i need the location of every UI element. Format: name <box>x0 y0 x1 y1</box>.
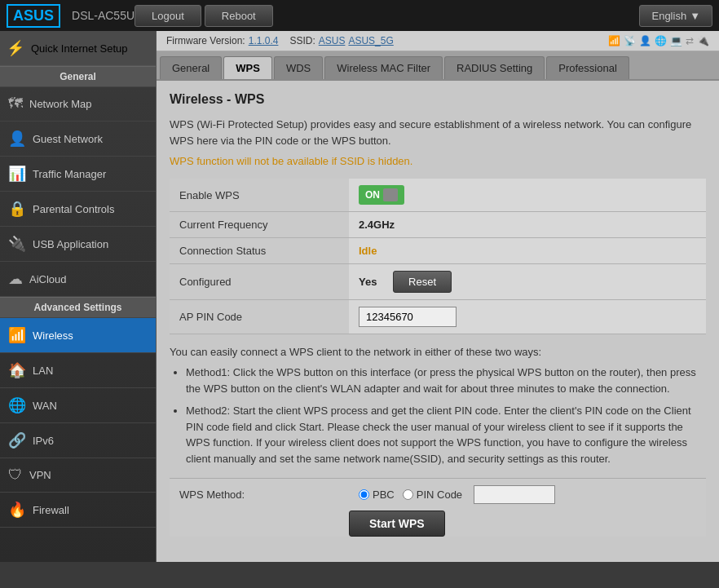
vpn-icon: 🛡 <box>8 466 23 484</box>
enable-wps-toggle[interactable]: ON <box>359 185 404 205</box>
enable-wps-row: Enable WPS ON <box>170 179 706 212</box>
sidebar-item-lan[interactable]: 🏠 LAN <box>0 353 156 388</box>
language-button[interactable]: English ▼ <box>639 5 712 27</box>
vpn-label: VPN <box>29 469 51 481</box>
connection-status-value: Idle <box>359 245 377 257</box>
frequency-value: 2.4GHz <box>359 219 395 231</box>
methods-list: Method1: Click the WPS button on this in… <box>170 365 706 466</box>
pin-code-option[interactable]: PIN Code <box>403 489 462 501</box>
lan-icon: 🏠 <box>8 361 26 379</box>
reset-button[interactable]: Reset <box>393 271 452 293</box>
signal-icon: 📶 <box>608 35 620 46</box>
tab-professional[interactable]: Professional <box>546 56 629 79</box>
user-icon: 👤 <box>639 35 651 46</box>
sidebar-item-vpn[interactable]: 🛡 VPN <box>0 458 156 493</box>
pbc-label: PBC <box>373 489 395 501</box>
frequency-row: Current Frequency 2.4GHz <box>170 212 706 238</box>
usb-application-icon: 🔌 <box>8 235 26 253</box>
tab-wds[interactable]: WDS <box>274 56 323 79</box>
frequency-label: Current Frequency <box>170 212 349 238</box>
sidebar-item-ipv6[interactable]: 🔗 IPv6 <box>0 423 156 458</box>
wifi-icon: 📡 <box>624 35 636 46</box>
parental-controls-icon: 🔒 <box>8 200 26 218</box>
sidebar-item-traffic-manager[interactable]: 📊 Traffic Manager <box>0 157 156 192</box>
sidebar-item-usb-application[interactable]: 🔌 USB Application <box>0 227 156 262</box>
general-section-header: General <box>0 66 156 87</box>
parental-controls-label: Parental Controls <box>33 203 114 215</box>
page-description: WPS (Wi-Fi Protected Setup) provides eas… <box>170 117 706 148</box>
ssid2[interactable]: ASUS_5G <box>348 35 393 46</box>
advanced-section-header: Advanced Settings <box>0 297 156 318</box>
network-map-label: Network Map <box>29 98 92 110</box>
tab-general[interactable]: General <box>160 56 222 79</box>
wps-warning: WPS function will not be available if SS… <box>170 155 706 167</box>
quick-setup-label: Quick Internet Setup <box>31 42 128 55</box>
globe-icon: 🌐 <box>655 35 667 46</box>
tab-wps[interactable]: WPS <box>223 56 272 79</box>
model-name: DSL-AC55U <box>72 9 135 22</box>
firmware-version[interactable]: 1.1.0.4 <box>249 35 279 46</box>
pin-radio[interactable] <box>403 489 413 500</box>
aicloud-label: AiCloud <box>29 273 67 285</box>
wps-form-table: Enable WPS ON Current Frequency 2.4GHz C… <box>170 179 706 334</box>
connection-status-label: Connection Status <box>170 238 349 264</box>
language-label: English <box>651 10 686 22</box>
ssid1[interactable]: ASUS <box>319 35 346 46</box>
asus-logo: ASUS <box>7 4 60 28</box>
toggle-knob <box>383 188 398 201</box>
start-wps-button[interactable]: Start WPS <box>349 511 445 537</box>
method1-item: Method1: Click the WPS button on this in… <box>186 365 706 396</box>
sidebar: ⚡ Quick Internet Setup General 🗺 Network… <box>0 31 157 562</box>
wan-icon: 🌐 <box>8 396 26 414</box>
guest-network-icon: 👤 <box>8 130 26 148</box>
ap-pin-row: AP PIN Code <box>170 300 706 334</box>
usb-icon: 🔌 <box>697 35 709 46</box>
firewall-label: Firewall <box>33 504 69 516</box>
top-bar: ASUS DSL-AC55U Logout Reboot English ▼ <box>0 0 719 31</box>
sidebar-item-aicloud[interactable]: ☁ AiCloud <box>0 262 156 297</box>
pbc-option[interactable]: PBC <box>359 489 395 501</box>
pin-code-field[interactable] <box>474 485 555 504</box>
setup-icon: ⚡ <box>7 39 24 57</box>
tab-radius-setting[interactable]: RADIUS Setting <box>444 56 545 79</box>
wireless-label: Wireless <box>33 329 73 342</box>
ssid-label: SSID: <box>289 35 315 46</box>
logout-button[interactable]: Logout <box>135 5 201 27</box>
connection-status-row: Connection Status Idle <box>170 238 706 264</box>
lan-label: LAN <box>33 365 53 377</box>
wps-method-section: WPS Method: PBC PIN Code Start WPS <box>170 478 706 537</box>
firewall-icon: 🔥 <box>8 501 26 519</box>
traffic-manager-icon: 📊 <box>8 165 26 183</box>
chevron-down-icon: ▼ <box>690 10 700 22</box>
sidebar-item-parental-controls[interactable]: 🔒 Parental Controls <box>0 192 156 227</box>
configured-value: Yes <box>359 276 377 288</box>
quick-internet-setup[interactable]: ⚡ Quick Internet Setup <box>0 31 156 66</box>
configured-row: Configured Yes Reset <box>170 264 706 300</box>
sidebar-item-firewall[interactable]: 🔥 Firewall <box>0 493 156 528</box>
sidebar-item-wireless[interactable]: 📶 Wireless <box>0 318 156 353</box>
tab-wireless-mac-filter[interactable]: Wireless MAC Filter <box>324 56 443 79</box>
wireless-icon: 📶 <box>8 326 26 344</box>
toggle-on-label: ON <box>365 189 380 201</box>
ipv6-icon: 🔗 <box>8 431 26 449</box>
sidebar-item-wan[interactable]: 🌐 WAN <box>0 388 156 423</box>
wan-label: WAN <box>33 400 57 412</box>
ap-pin-label: AP PIN Code <box>170 300 349 334</box>
sidebar-item-guest-network[interactable]: 👤 Guest Network <box>0 122 156 157</box>
reboot-button[interactable]: Reboot <box>205 5 273 27</box>
page-content: Wireless - WPS WPS (Wi-Fi Protected Setu… <box>157 81 719 562</box>
firmware-bar: Firmware Version: 1.1.0.4 SSID: ASUS ASU… <box>157 31 719 51</box>
ap-pin-input[interactable] <box>359 307 457 327</box>
page-title: Wireless - WPS <box>170 92 706 107</box>
wps-method-label: WPS Method: <box>170 489 349 501</box>
method2-item: Method2: Start the client WPS process an… <box>186 403 706 466</box>
sidebar-item-network-map[interactable]: 🗺 Network Map <box>0 87 156 122</box>
pbc-radio[interactable] <box>359 489 369 500</box>
configured-label: Configured <box>170 264 349 300</box>
arrows-icon: ⇄ <box>686 35 694 46</box>
wireless-tabs: General WPS WDS Wireless MAC Filter RADI… <box>157 51 719 81</box>
enable-wps-label: Enable WPS <box>170 179 349 212</box>
pin-code-label: PIN Code <box>417 489 462 501</box>
methods-intro: You can easily connect a WPS client to t… <box>170 346 706 358</box>
guest-network-label: Guest Network <box>33 133 103 145</box>
